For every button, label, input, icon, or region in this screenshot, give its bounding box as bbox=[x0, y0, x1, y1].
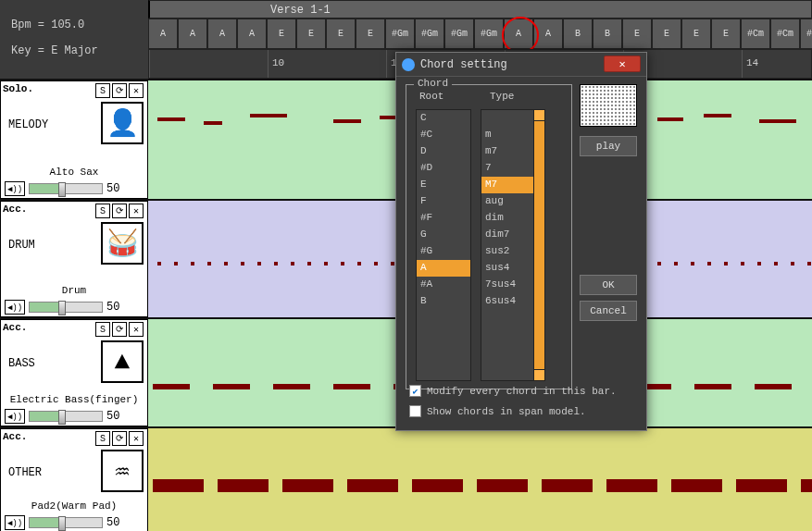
chord-setting-dialog: Chord setting ✕ Chord Root Type C#CD#DEF… bbox=[395, 52, 647, 431]
instrument-name: Pad2(Warm Pad) bbox=[1, 500, 147, 512]
mute-button[interactable]: ◀)) bbox=[5, 181, 25, 196]
track-tag: Acc. bbox=[3, 204, 27, 215]
chord-cell[interactable]: #Cm bbox=[741, 19, 770, 49]
chord-cell[interactable]: #Cm bbox=[770, 19, 800, 49]
close-icon[interactable]: ✕ bbox=[129, 204, 144, 218]
mute-button[interactable]: ◀)) bbox=[5, 409, 25, 424]
track-tag: Solo. bbox=[3, 83, 33, 94]
transport-info: Bpm = 105.0 Key = E Major bbox=[0, 0, 148, 79]
chord-preview bbox=[580, 84, 637, 127]
list-item[interactable]: C bbox=[417, 110, 470, 127]
list-item[interactable]: #C bbox=[417, 127, 470, 143]
root-listbox[interactable]: C#CD#DEF#FG#GA#AB bbox=[416, 109, 471, 381]
track-tag: Acc. bbox=[3, 431, 27, 442]
refresh-icon[interactable]: ⟳ bbox=[112, 431, 127, 446]
chord-cell[interactable]: #Cm bbox=[800, 19, 812, 49]
chord-cell[interactable]: #Gm bbox=[415, 19, 444, 49]
chord-cell[interactable]: E bbox=[681, 19, 711, 49]
track-lane[interactable] bbox=[148, 428, 812, 531]
chord-cell[interactable]: A bbox=[504, 19, 533, 49]
app-icon bbox=[402, 58, 415, 71]
mute-button[interactable]: ◀)) bbox=[5, 515, 25, 530]
track-name: BASS bbox=[8, 357, 35, 370]
close-button[interactable]: ✕ bbox=[604, 56, 641, 72]
track-header: Acc.S⟳✕🥁DRUMDrum◀))50 bbox=[0, 201, 148, 317]
span-checkbox-row[interactable]: Show chords in span model. bbox=[409, 405, 586, 417]
chord-cell[interactable]: B bbox=[593, 19, 622, 49]
chord-cell[interactable]: A bbox=[178, 19, 207, 49]
ok-button[interactable]: OK bbox=[580, 275, 637, 295]
solo-toggle-icon[interactable]: S bbox=[95, 83, 110, 98]
volume-value: 50 bbox=[106, 410, 119, 423]
volume-value: 50 bbox=[106, 516, 119, 529]
modify-checkbox-row[interactable]: ✔ Modify every chord in this bar. bbox=[409, 385, 617, 397]
list-item[interactable]: A bbox=[417, 260, 470, 277]
chord-cell[interactable]: #Gm bbox=[444, 19, 474, 49]
list-item[interactable]: F bbox=[417, 193, 470, 210]
chord-cell[interactable]: E bbox=[652, 19, 681, 49]
instrument-icon[interactable]: ▲ bbox=[101, 340, 144, 383]
instrument-icon[interactable]: 👤 bbox=[101, 102, 144, 144]
list-item[interactable]: #D bbox=[417, 160, 470, 177]
type-column-label: Type bbox=[490, 91, 514, 102]
chord-cell[interactable]: A bbox=[207, 19, 237, 49]
refresh-icon[interactable]: ⟳ bbox=[112, 204, 127, 218]
dialog-titlebar[interactable]: Chord setting ✕ bbox=[396, 53, 646, 77]
type-listbox[interactable]: mm77M7augdimdim7sus2sus47sus46sus4 bbox=[481, 109, 545, 381]
volume-value: 50 bbox=[106, 182, 119, 195]
track-name: OTHER bbox=[8, 466, 42, 479]
chord-cell[interactable]: #Gm bbox=[474, 19, 504, 49]
volume-slider[interactable] bbox=[29, 183, 103, 194]
instrument-icon[interactable]: 🥁 bbox=[101, 222, 144, 265]
volume-value: 50 bbox=[106, 301, 119, 314]
volume-slider[interactable] bbox=[29, 411, 103, 422]
track-row: Acc.S⟳✕♒OTHERPad2(Warm Pad)◀))50 bbox=[0, 426, 812, 531]
chord-cell[interactable]: B bbox=[563, 19, 593, 49]
chord-cell[interactable]: E bbox=[326, 19, 356, 49]
instrument-name: Alto Sax bbox=[1, 167, 147, 178]
chord-cell[interactable]: A bbox=[237, 19, 267, 49]
chord-cell[interactable]: E bbox=[296, 19, 326, 49]
list-item[interactable]: #G bbox=[417, 243, 470, 260]
bpm-label: Bpm = 105.0 bbox=[11, 19, 137, 31]
solo-toggle-icon[interactable]: S bbox=[95, 204, 110, 218]
scrollbar[interactable] bbox=[533, 110, 544, 380]
play-button[interactable]: play bbox=[580, 136, 637, 156]
track-tag: Acc. bbox=[3, 322, 27, 333]
list-item[interactable]: D bbox=[417, 143, 470, 160]
chord-cell[interactable]: E bbox=[356, 19, 385, 49]
instrument-name: Drum bbox=[1, 285, 147, 296]
list-item[interactable]: E bbox=[417, 177, 470, 193]
track-name: MELODY bbox=[8, 118, 48, 131]
instrument-icon[interactable]: ♒ bbox=[101, 450, 144, 492]
track-header: Solo.S⟳✕👤MELODYAlto Sax◀))50 bbox=[0, 80, 148, 199]
chord-cell[interactable]: E bbox=[622, 19, 652, 49]
refresh-icon[interactable]: ⟳ bbox=[112, 83, 127, 98]
volume-slider[interactable] bbox=[29, 302, 103, 313]
list-item[interactable]: G bbox=[417, 227, 470, 243]
close-icon[interactable]: ✕ bbox=[129, 431, 144, 446]
list-item[interactable]: #F bbox=[417, 210, 470, 227]
cancel-button[interactable]: Cancel bbox=[580, 301, 637, 321]
mute-button[interactable]: ◀)) bbox=[5, 300, 25, 315]
modify-checkbox[interactable]: ✔ bbox=[409, 385, 421, 397]
bar-number: 10 bbox=[268, 50, 386, 78]
refresh-icon[interactable]: ⟳ bbox=[112, 322, 127, 337]
chord-cell[interactable]: #Gm bbox=[385, 19, 415, 49]
dialog-title-text: Chord setting bbox=[420, 58, 507, 71]
solo-toggle-icon[interactable]: S bbox=[95, 431, 110, 446]
chord-cell[interactable]: A bbox=[148, 19, 178, 49]
list-item[interactable]: B bbox=[417, 293, 470, 310]
volume-slider[interactable] bbox=[29, 517, 103, 528]
chord-strip[interactable]: AAAAEEEE#Gm#Gm#Gm#GmAABBEEEE#Cm#Cm#Cm bbox=[148, 19, 812, 49]
list-item[interactable]: #A bbox=[417, 277, 470, 293]
solo-toggle-icon[interactable]: S bbox=[95, 322, 110, 337]
close-icon[interactable]: ✕ bbox=[129, 83, 144, 98]
section-label: Verse 1-1 bbox=[148, 0, 812, 19]
chord-cell[interactable]: E bbox=[267, 19, 296, 49]
track-name: DRUM bbox=[8, 239, 35, 252]
key-label: Key = E Major bbox=[11, 44, 137, 57]
close-icon[interactable]: ✕ bbox=[129, 322, 144, 337]
chord-cell[interactable]: E bbox=[711, 19, 741, 49]
span-checkbox[interactable] bbox=[409, 405, 421, 417]
